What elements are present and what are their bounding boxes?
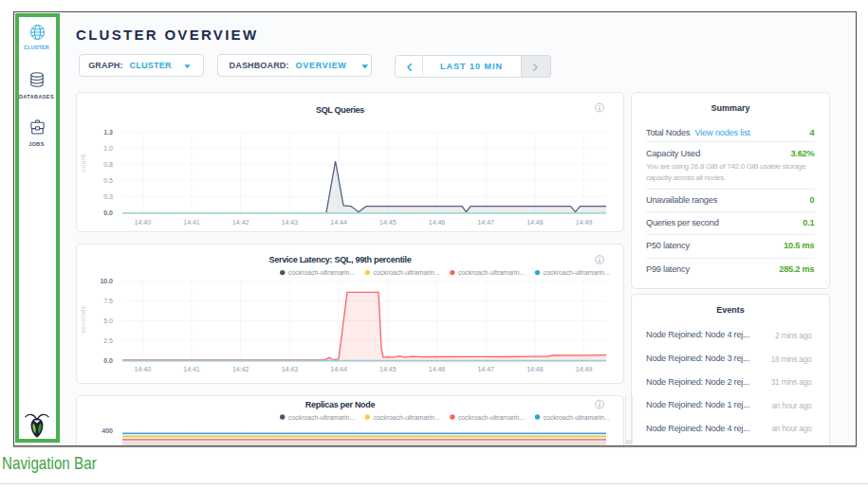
svg-text:cockroach-ultramarin...: cockroach-ultramarin... bbox=[458, 269, 525, 276]
svg-text:400: 400 bbox=[102, 427, 113, 434]
svg-text:2.5: 2.5 bbox=[103, 337, 113, 344]
svg-text:0.3: 0.3 bbox=[103, 193, 113, 200]
svg-text:14:44: 14:44 bbox=[330, 366, 347, 372]
svg-text:1.0: 1.0 bbox=[103, 145, 113, 152]
svg-text:0.5: 0.5 bbox=[103, 177, 113, 184]
svg-text:cockroach-ultramarin...: cockroach-ultramarin... bbox=[544, 414, 610, 421]
svg-text:14:42: 14:42 bbox=[232, 219, 249, 226]
svg-text:14:48: 14:48 bbox=[526, 366, 544, 372]
svg-text:14:49: 14:49 bbox=[576, 219, 593, 226]
svg-text:14:41: 14:41 bbox=[183, 366, 200, 372]
svg-text:Service Latency: SQL, 99th per: Service Latency: SQL, 99th percentile bbox=[269, 255, 412, 264]
svg-text:cockroach-ultramarin...: cockroach-ultramarin... bbox=[288, 269, 355, 276]
svg-text:14:47: 14:47 bbox=[477, 219, 494, 226]
svg-text:SQL Queries: SQL Queries bbox=[316, 105, 364, 115]
svg-text:14:43: 14:43 bbox=[282, 219, 299, 226]
svg-text:14:40: 14:40 bbox=[135, 366, 152, 372]
svg-text:14:46: 14:46 bbox=[429, 219, 446, 226]
svg-text:5.0: 5.0 bbox=[103, 318, 113, 324]
svg-text:0.0: 0.0 bbox=[103, 357, 113, 364]
svg-text:14:42: 14:42 bbox=[232, 366, 249, 372]
svg-text:7.5: 7.5 bbox=[103, 298, 113, 304]
svg-text:0.8: 0.8 bbox=[103, 161, 113, 168]
svg-text:14:45: 14:45 bbox=[379, 366, 397, 372]
svg-text:cockroach-ultramarin...: cockroach-ultramarin... bbox=[374, 269, 440, 276]
svg-text:cockroach-ultramarin...: cockroach-ultramarin... bbox=[544, 269, 610, 276]
svg-text:14:44: 14:44 bbox=[330, 219, 347, 226]
svg-text:14:41: 14:41 bbox=[183, 219, 200, 226]
svg-text:14:47: 14:47 bbox=[477, 366, 494, 372]
svg-text:count: count bbox=[80, 154, 86, 172]
svg-text:14:46: 14:46 bbox=[429, 366, 446, 372]
svg-text:cockroach-ultramarin...: cockroach-ultramarin... bbox=[458, 414, 525, 421]
svg-text:14:43: 14:43 bbox=[282, 366, 299, 372]
svg-text:14:45: 14:45 bbox=[379, 219, 397, 226]
svg-text:cockroach-ultramarin...: cockroach-ultramarin... bbox=[374, 414, 440, 421]
svg-text:cockroach-ultramarin...: cockroach-ultramarin... bbox=[288, 414, 355, 421]
svg-text:Replicas per Node: Replicas per Node bbox=[305, 400, 376, 409]
svg-text:14:48: 14:48 bbox=[526, 219, 544, 226]
svg-text:seconds: seconds bbox=[80, 305, 86, 334]
svg-text:14:49: 14:49 bbox=[576, 366, 593, 372]
svg-text:10.0: 10.0 bbox=[100, 278, 113, 284]
svg-text:1.3: 1.3 bbox=[103, 129, 113, 136]
svg-text:14:40: 14:40 bbox=[135, 219, 152, 226]
svg-text:0.0: 0.0 bbox=[103, 209, 113, 216]
